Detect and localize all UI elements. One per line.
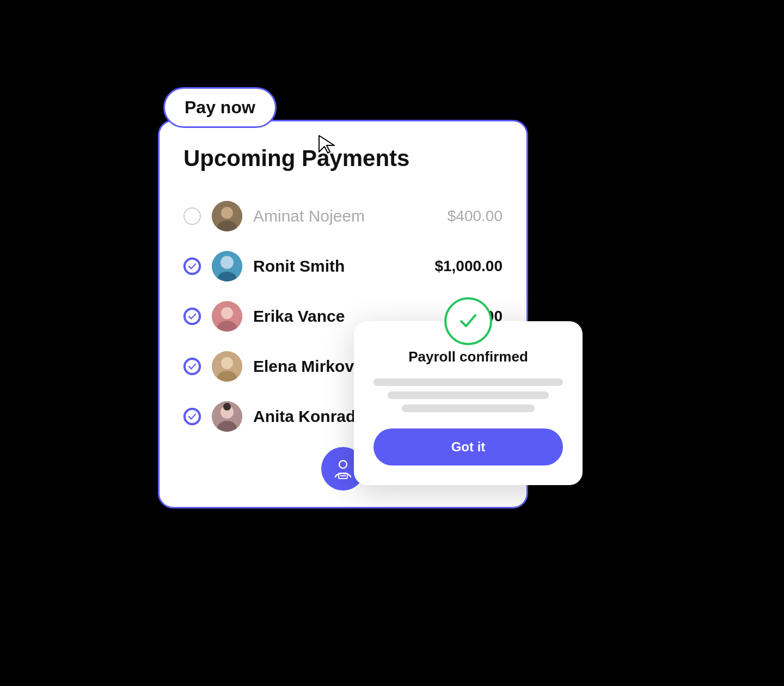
avatar-aminat (212, 201, 242, 231)
avatar-anita (212, 401, 242, 432)
svg-point-2 (221, 207, 233, 219)
confirmation-card: Payroll confirmed Got it (354, 321, 583, 485)
svg-point-20 (223, 403, 231, 411)
table-row[interactable]: Ronit Smith $1,000.00 (183, 241, 503, 291)
confirmation-check-icon (444, 297, 492, 345)
confirm-line-2 (388, 391, 549, 399)
svg-point-14 (221, 357, 233, 369)
svg-point-4 (185, 259, 199, 273)
svg-point-6 (220, 256, 234, 269)
svg-point-8 (185, 309, 199, 323)
confirm-line-1 (373, 378, 563, 386)
confirmation-title: Payroll confirmed (373, 348, 563, 365)
avatar-erika (212, 301, 242, 332)
payment-name-aminat: Aminat Nojeem (253, 207, 437, 225)
svg-marker-0 (319, 136, 334, 153)
pay-now-tooltip[interactable]: Pay now (163, 87, 277, 128)
avatar-elena (212, 351, 242, 382)
svg-point-12 (185, 359, 199, 373)
payments-title: Upcoming Payments (183, 145, 503, 171)
payment-name-ronit: Ronit Smith (253, 257, 424, 275)
confirmation-detail-lines (373, 378, 563, 412)
payment-amount-aminat: $400.00 (448, 207, 503, 225)
checkbox-ronit[interactable] (183, 258, 201, 275)
checkbox-anita[interactable] (183, 408, 201, 425)
table-row[interactable]: Aminat Nojeem $400.00 (183, 191, 503, 241)
checkbox-elena[interactable] (183, 358, 201, 375)
avatar-ronit (212, 251, 242, 281)
svg-point-21 (339, 461, 347, 468)
payment-amount-ronit: $1,000.00 (434, 258, 503, 275)
svg-point-10 (221, 307, 233, 319)
checkbox-erika[interactable] (183, 308, 201, 325)
svg-point-16 (185, 409, 199, 424)
checkbox-aminat[interactable] (183, 207, 201, 225)
got-it-button[interactable]: Got it (373, 428, 563, 465)
confirm-line-3 (402, 405, 535, 412)
